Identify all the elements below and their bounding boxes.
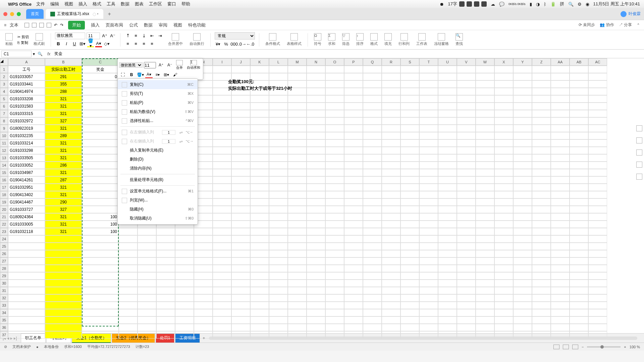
- cell[interactable]: [494, 154, 513, 162]
- cell[interactable]: [363, 103, 382, 110]
- column-header[interactable]: O: [325, 58, 344, 66]
- context-menu-item[interactable]: 复制(C)⌘C: [118, 80, 198, 89]
- cell[interactable]: [476, 95, 494, 103]
- row-header[interactable]: 3: [0, 80, 8, 88]
- cell[interactable]: [138, 257, 156, 265]
- cell[interactable]: [119, 280, 138, 287]
- cell[interactable]: [457, 95, 476, 103]
- cell[interactable]: [400, 147, 419, 154]
- cell[interactable]: [457, 206, 476, 213]
- cell[interactable]: G190414261: [8, 176, 45, 184]
- cell[interactable]: [513, 250, 532, 257]
- filter-button[interactable]: ▽筛选: [340, 33, 352, 46]
- cell[interactable]: [250, 228, 269, 235]
- column-header[interactable]: X: [494, 58, 513, 66]
- cell[interactable]: [551, 213, 570, 221]
- cell[interactable]: [250, 235, 269, 243]
- cell[interactable]: [250, 302, 269, 309]
- zoom-out-button[interactable]: −: [582, 345, 584, 349]
- cell[interactable]: [231, 250, 250, 257]
- cell[interactable]: [288, 125, 307, 132]
- cell[interactable]: [288, 221, 307, 228]
- cell[interactable]: [156, 331, 175, 339]
- cell[interactable]: [551, 198, 570, 206]
- cell[interactable]: [438, 117, 457, 125]
- cell[interactable]: [513, 316, 532, 324]
- cell[interactable]: [213, 184, 231, 191]
- cell[interactable]: [400, 243, 419, 250]
- menu-help[interactable]: 帮助: [181, 1, 190, 7]
- cell[interactable]: [570, 302, 588, 309]
- row-header[interactable]: 5: [0, 95, 8, 103]
- column-header[interactable]: M: [288, 58, 307, 66]
- cell[interactable]: [419, 154, 438, 162]
- cell[interactable]: [307, 95, 325, 103]
- cell[interactable]: [307, 302, 325, 309]
- row-header[interactable]: 1: [0, 66, 8, 73]
- cell[interactable]: [288, 324, 307, 331]
- cell[interactable]: [250, 117, 269, 125]
- tab-add-button[interactable]: +: [108, 11, 111, 17]
- mini-expand-icon[interactable]: ⛶: [119, 71, 126, 78]
- cell[interactable]: [175, 272, 194, 280]
- cell[interactable]: [8, 331, 45, 339]
- cell[interactable]: [288, 287, 307, 294]
- wrap-text-button[interactable]: 自动换行: [187, 33, 206, 46]
- column-header[interactable]: C: [82, 58, 119, 66]
- cell[interactable]: [476, 184, 494, 191]
- status-cloud-icon[interactable]: ☁: [491, 2, 495, 7]
- cell[interactable]: [400, 265, 419, 272]
- cell[interactable]: [344, 103, 363, 110]
- cell[interactable]: [288, 243, 307, 250]
- ribbon-tab-insert[interactable]: 插入: [91, 22, 100, 28]
- context-menu-item[interactable]: 插入复制单元格(E): [118, 146, 198, 155]
- cell[interactable]: [82, 95, 119, 103]
- cell[interactable]: [551, 184, 570, 191]
- cell[interactable]: [419, 316, 438, 324]
- fx-search-icon[interactable]: 🔍: [38, 52, 43, 56]
- row-header[interactable]: 19: [0, 198, 8, 206]
- cell[interactable]: 321: [45, 154, 82, 162]
- cell[interactable]: [269, 287, 288, 294]
- cell[interactable]: [438, 103, 457, 110]
- cell[interactable]: G190413402: [8, 191, 45, 198]
- cell[interactable]: [269, 66, 288, 73]
- quick-save-icon[interactable]: [32, 23, 37, 27]
- cell[interactable]: [588, 265, 607, 272]
- status-control-icon[interactable]: ⚙: [578, 2, 582, 7]
- cell[interactable]: [194, 250, 213, 257]
- cell[interactable]: [175, 257, 194, 265]
- cell[interactable]: [138, 309, 156, 316]
- cell[interactable]: [138, 302, 156, 309]
- cell[interactable]: [551, 331, 570, 339]
- cell[interactable]: [213, 272, 231, 280]
- cell[interactable]: [588, 294, 607, 302]
- row-header[interactable]: 7: [0, 110, 8, 117]
- cell[interactable]: [325, 95, 344, 103]
- cell[interactable]: [382, 132, 400, 139]
- cell[interactable]: [532, 250, 551, 257]
- cell[interactable]: [570, 235, 588, 243]
- row-col-button[interactable]: 行和列: [396, 33, 412, 46]
- cell[interactable]: [288, 184, 307, 191]
- decrease-font-icon[interactable]: A⁻: [109, 33, 116, 39]
- conditional-format-button[interactable]: 条件格式: [263, 33, 282, 46]
- cell[interactable]: [532, 73, 551, 80]
- cell[interactable]: [82, 103, 119, 110]
- cell[interactable]: [476, 139, 494, 147]
- cell[interactable]: [344, 228, 363, 235]
- cell[interactable]: [344, 117, 363, 125]
- cell[interactable]: [213, 257, 231, 265]
- cell[interactable]: [570, 265, 588, 272]
- cell[interactable]: [438, 316, 457, 324]
- cell[interactable]: [400, 228, 419, 235]
- cell[interactable]: [307, 117, 325, 125]
- column-header[interactable]: T: [419, 58, 438, 66]
- cell[interactable]: [156, 265, 175, 272]
- cell[interactable]: [363, 66, 382, 73]
- cell[interactable]: [494, 139, 513, 147]
- cell[interactable]: [513, 154, 532, 162]
- cell[interactable]: 321: [45, 95, 82, 103]
- cell[interactable]: [494, 309, 513, 316]
- cell[interactable]: [307, 331, 325, 339]
